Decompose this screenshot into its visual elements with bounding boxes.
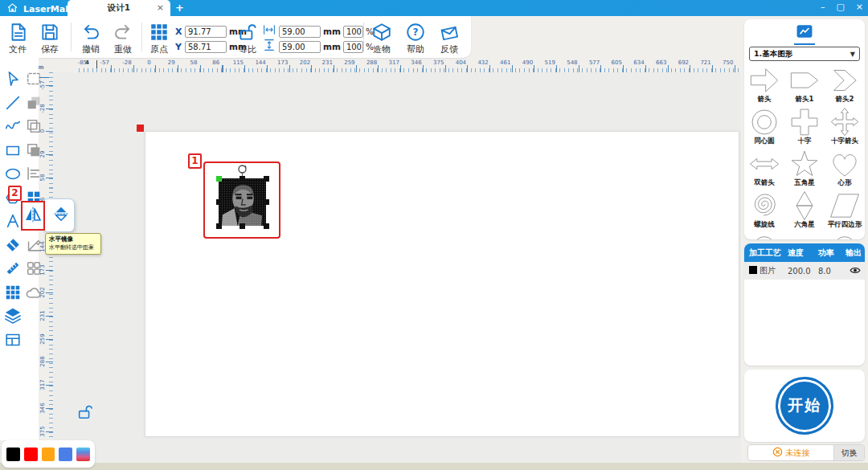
shape-item-concentric[interactable]: 同心圆: [744, 106, 784, 148]
make-button[interactable]: 造物: [366, 21, 398, 55]
selection-handle[interactable]: [240, 223, 245, 229]
shape-item-spiral[interactable]: 螺旋线: [744, 190, 784, 231]
tooltip-title: 水平镜像: [49, 235, 97, 243]
x-input[interactable]: 91.77: [185, 26, 227, 38]
connection-status: 未连接: [748, 445, 833, 460]
feedback-button[interactable]: 反馈: [433, 21, 465, 55]
h-ruler-label: 634: [629, 59, 649, 66]
selection-handle-active[interactable]: [216, 176, 222, 182]
redo-button[interactable]: 重做: [107, 21, 139, 55]
close-button[interactable]: ×: [856, 2, 863, 12]
shape-item-circle[interactable]: [744, 231, 784, 239]
origin-marker: [137, 125, 144, 132]
selection-handle[interactable]: [216, 199, 222, 205]
selection-handle[interactable]: [216, 223, 222, 229]
shape-arrow2-icon: [829, 64, 861, 96]
unlock-icon: [231, 21, 264, 43]
tool-subtract[interactable]: [23, 140, 44, 161]
tool-eraser[interactable]: [2, 235, 23, 255]
undo-button[interactable]: 撤销: [75, 21, 107, 55]
step-badge-1: 1: [188, 153, 202, 169]
shape-label: 同心圆: [754, 137, 775, 146]
process-row[interactable]: 图片200.08.0: [744, 262, 865, 280]
tool-line[interactable]: [2, 92, 23, 113]
tool-cloud[interactable]: [23, 282, 44, 303]
process-col-2: 功率: [818, 247, 845, 259]
tool-overlap[interactable]: [23, 116, 44, 137]
output-visibility-toggle[interactable]: [845, 265, 865, 277]
selection-handle[interactable]: [264, 199, 269, 205]
shape-label: 心形: [838, 178, 852, 188]
new-tab-button[interactable]: +: [175, 2, 184, 14]
color-swatch-multicolor[interactable]: [76, 448, 90, 461]
width-input[interactable]: 59.00: [279, 26, 321, 38]
file-button[interactable]: 文件: [2, 21, 34, 55]
connection-status-bar: 未连接 切换: [747, 444, 865, 461]
shape-item-circle[interactable]: [825, 231, 865, 239]
tool-rectangle[interactable]: [2, 140, 23, 161]
height-percent-input[interactable]: 100: [343, 41, 363, 53]
shape-item-heart[interactable]: 心形: [825, 148, 865, 190]
document-tab[interactable]: 设计1 ×: [68, 0, 170, 16]
tool-layout[interactable]: [2, 329, 23, 350]
ratio-lock-button[interactable]: 等比: [231, 21, 264, 55]
maximize-button[interactable]: ▢: [836, 2, 844, 12]
process-settings-card: 加工工艺速度功率输出 图片200.08.0: [744, 243, 865, 366]
gallery-tab[interactable]: [794, 24, 815, 45]
selection-handle[interactable]: [264, 223, 269, 229]
tab-close-icon[interactable]: ×: [157, 2, 164, 13]
shape-label: 箭头: [758, 95, 772, 104]
shape-item-none[interactable]: [784, 231, 825, 239]
switch-device-button[interactable]: 切换: [833, 445, 864, 460]
height-arrow-icon: [262, 38, 276, 55]
save-button[interactable]: 保存: [34, 21, 66, 55]
shape-item-parallelogram[interactable]: 平行四边形: [825, 190, 865, 231]
color-swatch-ff0000[interactable]: [24, 448, 38, 461]
selection-handle[interactable]: [240, 176, 245, 182]
tool-measure[interactable]: [2, 258, 23, 279]
cube-icon: [366, 21, 398, 43]
shape-item-cross[interactable]: 十字: [784, 106, 825, 148]
tool-copy[interactable]: [23, 92, 44, 113]
y-input[interactable]: 58.71: [185, 41, 227, 53]
h-ruler-label: 375: [429, 59, 448, 66]
tool-marquee-select[interactable]: [23, 68, 44, 89]
help-button[interactable]: ?帮助: [399, 21, 432, 55]
canvas-area[interactable]: [53, 72, 741, 463]
shape-category-dropdown[interactable]: 1.基本图形 ▼: [749, 47, 860, 61]
start-button[interactable]: 开始: [776, 377, 833, 435]
h-ruler-label: 115: [228, 59, 248, 66]
tool-curve[interactable]: [2, 116, 23, 137]
h-ruler-label: 317: [384, 59, 403, 66]
color-swatch-4a7fe8[interactable]: [59, 448, 72, 461]
width-percent-input[interactable]: 100: [343, 26, 363, 38]
tool-select[interactable]: [2, 68, 23, 89]
minimize-button[interactable]: –: [821, 2, 825, 12]
color-swatch-000000[interactable]: [6, 448, 20, 461]
color-swatch-ffa514[interactable]: [42, 448, 55, 461]
shape-item-star6[interactable]: 六角星: [784, 190, 825, 231]
h-ruler-label: 490: [518, 59, 538, 66]
tool-layers[interactable]: [2, 305, 23, 326]
selection-handle[interactable]: [264, 176, 269, 182]
shape-item-arrow[interactable]: 箭头: [744, 64, 784, 106]
connection-status-text: 未连接: [786, 448, 810, 459]
shape-heart-icon: [829, 148, 861, 180]
tool-align[interactable]: [23, 163, 44, 184]
tool-array-grid[interactable]: [2, 282, 23, 303]
shape-item-arrow2[interactable]: 箭头2: [825, 64, 865, 106]
origin-button[interactable]: 原点: [143, 21, 175, 55]
canvas-unlock-icon[interactable]: [76, 403, 94, 424]
mirror-vertical-icon[interactable]: [52, 205, 70, 226]
mirror-horizontal-highlight[interactable]: [21, 201, 45, 231]
tool-ellipse[interactable]: [2, 163, 23, 184]
shape-item-star5[interactable]: 五角星: [784, 148, 825, 190]
shape-item-cross-arrow[interactable]: 十字箭头: [825, 106, 865, 148]
height-input[interactable]: 59.00: [279, 41, 321, 53]
horizontal-ruler: mm 4 -85-57-2802958861151441732022312592…: [29, 59, 741, 72]
shape-item-arrow1[interactable]: 箭头1: [784, 64, 825, 106]
engraved-portrait-image[interactable]: [219, 178, 266, 226]
tool-protractor[interactable]: [23, 235, 44, 255]
tool-weld[interactable]: [23, 258, 44, 279]
shape-item-double-arrow[interactable]: 双箭头: [744, 148, 784, 190]
